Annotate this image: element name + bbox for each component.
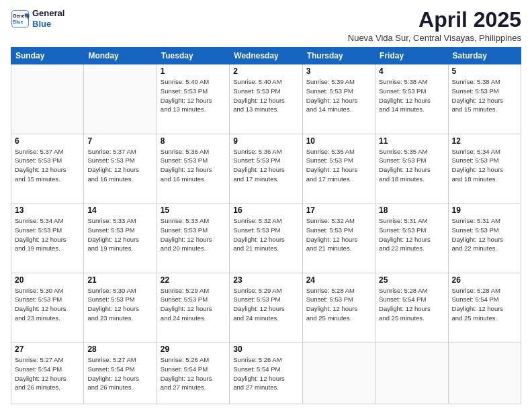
table-row bbox=[448, 342, 521, 404]
col-friday: Friday bbox=[375, 48, 448, 64]
day-info: Sunrise: 5:29 AM Sunset: 5:53 PM Dayligh… bbox=[161, 286, 226, 323]
day-info: Sunrise: 5:27 AM Sunset: 5:54 PM Dayligh… bbox=[87, 355, 152, 392]
day-number: 24 bbox=[306, 275, 371, 285]
table-row: 5Sunrise: 5:38 AM Sunset: 5:53 PM Daylig… bbox=[448, 64, 521, 134]
table-row: 16Sunrise: 5:32 AM Sunset: 5:53 PM Dayli… bbox=[230, 203, 302, 273]
day-info: Sunrise: 5:34 AM Sunset: 5:53 PM Dayligh… bbox=[452, 147, 517, 184]
table-row bbox=[84, 64, 157, 134]
day-info: Sunrise: 5:35 AM Sunset: 5:53 PM Dayligh… bbox=[306, 147, 371, 184]
day-number: 17 bbox=[306, 205, 371, 215]
table-row: 24Sunrise: 5:28 AM Sunset: 5:53 PM Dayli… bbox=[302, 273, 375, 342]
day-number: 28 bbox=[87, 345, 152, 354]
day-number: 19 bbox=[452, 205, 517, 215]
day-info: Sunrise: 5:36 AM Sunset: 5:53 PM Dayligh… bbox=[161, 147, 226, 184]
day-number: 14 bbox=[87, 205, 152, 215]
logo-icon: General Blue bbox=[11, 9, 30, 28]
table-row: 15Sunrise: 5:33 AM Sunset: 5:53 PM Dayli… bbox=[157, 203, 229, 273]
day-number: 6 bbox=[15, 136, 80, 146]
day-info: Sunrise: 5:40 AM Sunset: 5:53 PM Dayligh… bbox=[233, 77, 298, 114]
day-number: 26 bbox=[452, 275, 517, 285]
col-monday: Monday bbox=[84, 48, 157, 64]
day-info: Sunrise: 5:31 AM Sunset: 5:53 PM Dayligh… bbox=[379, 216, 444, 253]
month-title: April 2025 bbox=[348, 8, 521, 32]
table-row: 4Sunrise: 5:38 AM Sunset: 5:53 PM Daylig… bbox=[375, 64, 448, 134]
page: General Blue General Blue April 2025 Nue… bbox=[0, 0, 532, 411]
table-row bbox=[302, 342, 375, 404]
day-info: Sunrise: 5:32 AM Sunset: 5:53 PM Dayligh… bbox=[306, 216, 371, 253]
table-row: 22Sunrise: 5:29 AM Sunset: 5:53 PM Dayli… bbox=[157, 273, 229, 342]
day-number: 29 bbox=[161, 345, 226, 354]
day-info: Sunrise: 5:26 AM Sunset: 5:54 PM Dayligh… bbox=[161, 355, 226, 392]
table-row: 26Sunrise: 5:28 AM Sunset: 5:54 PM Dayli… bbox=[448, 273, 521, 342]
logo: General Blue General Blue bbox=[11, 8, 64, 29]
day-info: Sunrise: 5:28 AM Sunset: 5:54 PM Dayligh… bbox=[379, 286, 444, 323]
table-row: 10Sunrise: 5:35 AM Sunset: 5:53 PM Dayli… bbox=[302, 134, 375, 203]
day-info: Sunrise: 5:30 AM Sunset: 5:53 PM Dayligh… bbox=[87, 286, 152, 323]
header: General Blue General Blue April 2025 Nue… bbox=[11, 8, 521, 43]
day-info: Sunrise: 5:30 AM Sunset: 5:53 PM Dayligh… bbox=[15, 286, 80, 323]
day-number: 12 bbox=[452, 136, 517, 146]
day-info: Sunrise: 5:40 AM Sunset: 5:53 PM Dayligh… bbox=[161, 77, 226, 114]
table-row: 2Sunrise: 5:40 AM Sunset: 5:53 PM Daylig… bbox=[230, 64, 302, 134]
day-info: Sunrise: 5:27 AM Sunset: 5:54 PM Dayligh… bbox=[15, 355, 80, 392]
day-info: Sunrise: 5:35 AM Sunset: 5:53 PM Dayligh… bbox=[379, 147, 444, 184]
col-saturday: Saturday bbox=[448, 48, 521, 64]
table-row: 12Sunrise: 5:34 AM Sunset: 5:53 PM Dayli… bbox=[448, 134, 521, 203]
svg-rect-0 bbox=[12, 10, 29, 27]
col-thursday: Thursday bbox=[302, 48, 375, 64]
table-row: 30Sunrise: 5:26 AM Sunset: 5:54 PM Dayli… bbox=[230, 342, 302, 404]
table-row: 23Sunrise: 5:29 AM Sunset: 5:53 PM Dayli… bbox=[230, 273, 302, 342]
logo-line2: Blue bbox=[32, 19, 64, 30]
day-number: 16 bbox=[233, 205, 298, 215]
day-number: 9 bbox=[233, 136, 298, 146]
subtitle: Nueva Vida Sur, Central Visayas, Philipp… bbox=[348, 33, 521, 43]
table-row: 27Sunrise: 5:27 AM Sunset: 5:54 PM Dayli… bbox=[11, 342, 84, 404]
table-row: 1Sunrise: 5:40 AM Sunset: 5:53 PM Daylig… bbox=[157, 64, 229, 134]
table-row: 20Sunrise: 5:30 AM Sunset: 5:53 PM Dayli… bbox=[11, 273, 84, 342]
day-info: Sunrise: 5:32 AM Sunset: 5:53 PM Dayligh… bbox=[233, 216, 298, 253]
day-number: 30 bbox=[233, 345, 298, 354]
day-info: Sunrise: 5:37 AM Sunset: 5:53 PM Dayligh… bbox=[15, 147, 80, 184]
day-info: Sunrise: 5:38 AM Sunset: 5:53 PM Dayligh… bbox=[452, 77, 517, 114]
day-number: 22 bbox=[161, 275, 226, 285]
day-info: Sunrise: 5:26 AM Sunset: 5:54 PM Dayligh… bbox=[233, 355, 298, 392]
day-number: 13 bbox=[15, 205, 80, 215]
day-number: 23 bbox=[233, 275, 298, 285]
table-row: 6Sunrise: 5:37 AM Sunset: 5:53 PM Daylig… bbox=[11, 134, 84, 203]
day-number: 18 bbox=[379, 205, 444, 215]
logo-line1: General bbox=[32, 8, 64, 19]
day-info: Sunrise: 5:37 AM Sunset: 5:53 PM Dayligh… bbox=[87, 147, 152, 184]
day-info: Sunrise: 5:33 AM Sunset: 5:53 PM Dayligh… bbox=[87, 216, 152, 253]
title-section: April 2025 Nueva Vida Sur, Central Visay… bbox=[348, 8, 521, 43]
table-row bbox=[11, 64, 84, 134]
table-row: 28Sunrise: 5:27 AM Sunset: 5:54 PM Dayli… bbox=[84, 342, 157, 404]
day-info: Sunrise: 5:39 AM Sunset: 5:53 PM Dayligh… bbox=[306, 77, 371, 114]
table-row: 21Sunrise: 5:30 AM Sunset: 5:53 PM Dayli… bbox=[84, 273, 157, 342]
day-info: Sunrise: 5:33 AM Sunset: 5:53 PM Dayligh… bbox=[161, 216, 226, 253]
table-row: 8Sunrise: 5:36 AM Sunset: 5:53 PM Daylig… bbox=[157, 134, 229, 203]
day-info: Sunrise: 5:38 AM Sunset: 5:53 PM Dayligh… bbox=[379, 77, 444, 114]
table-row: 11Sunrise: 5:35 AM Sunset: 5:53 PM Dayli… bbox=[375, 134, 448, 203]
day-number: 11 bbox=[379, 136, 444, 146]
table-row: 13Sunrise: 5:34 AM Sunset: 5:53 PM Dayli… bbox=[11, 203, 84, 273]
table-row: 3Sunrise: 5:39 AM Sunset: 5:53 PM Daylig… bbox=[302, 64, 375, 134]
day-number: 4 bbox=[379, 66, 444, 76]
day-number: 25 bbox=[379, 275, 444, 285]
table-row: 29Sunrise: 5:26 AM Sunset: 5:54 PM Dayli… bbox=[157, 342, 229, 404]
day-info: Sunrise: 5:28 AM Sunset: 5:54 PM Dayligh… bbox=[452, 286, 517, 323]
day-number: 15 bbox=[161, 205, 226, 215]
day-number: 21 bbox=[87, 275, 152, 285]
day-number: 1 bbox=[161, 66, 226, 76]
day-info: Sunrise: 5:36 AM Sunset: 5:53 PM Dayligh… bbox=[233, 147, 298, 184]
table-row bbox=[375, 342, 448, 404]
day-info: Sunrise: 5:29 AM Sunset: 5:53 PM Dayligh… bbox=[233, 286, 298, 323]
day-info: Sunrise: 5:34 AM Sunset: 5:53 PM Dayligh… bbox=[15, 216, 80, 253]
day-number: 7 bbox=[87, 136, 152, 146]
table-row: 18Sunrise: 5:31 AM Sunset: 5:53 PM Dayli… bbox=[375, 203, 448, 273]
header-row: Sunday Monday Tuesday Wednesday Thursday… bbox=[11, 48, 521, 64]
table-row: 7Sunrise: 5:37 AM Sunset: 5:53 PM Daylig… bbox=[84, 134, 157, 203]
day-info: Sunrise: 5:31 AM Sunset: 5:53 PM Dayligh… bbox=[452, 216, 517, 253]
svg-text:Blue: Blue bbox=[13, 19, 23, 24]
day-number: 5 bbox=[452, 66, 517, 76]
col-tuesday: Tuesday bbox=[157, 48, 229, 64]
